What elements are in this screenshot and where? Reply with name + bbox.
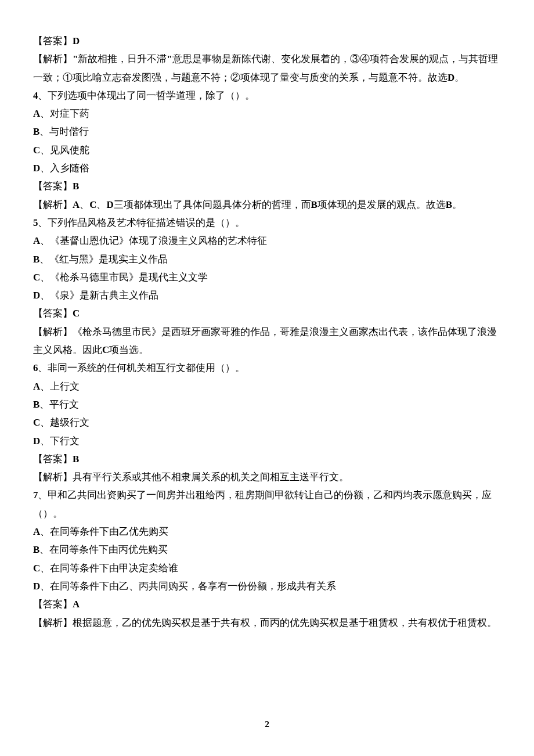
q6-stem: 6、非同一系统的任何机关相互行文都使用（）。 xyxy=(33,359,503,377)
q6-option-a: A、上行文 xyxy=(33,377,503,395)
q3-explanation-line-1: 【解析】"新故相推，日升不滞"意思是事物是新陈代谢、变化发展着的，③④项符合发展… xyxy=(33,50,503,68)
q6-answer: 【答案】B xyxy=(33,450,503,468)
q7-option-b: B、在同等条件下由丙优先购买 xyxy=(33,541,503,559)
q7-answer: 【答案】A xyxy=(33,595,503,613)
q4-option-b: B、与时偕行 xyxy=(33,123,503,141)
q5-option-a: A、《基督山恩仇记》体现了浪漫主义风格的艺术特征 xyxy=(33,232,503,250)
q7-option-a: A、在同等条件下由乙优先购买 xyxy=(33,523,503,541)
q7-stem-line-1: 7、甲和乙共同出资购买了一间房并出租给丙，租房期间甲欲转让自己的份额，乙和丙均表… xyxy=(33,486,503,504)
q6-option-d: D、下行文 xyxy=(33,432,503,450)
q5-option-c: C、《枪杀马德里市民》是现代主义文学 xyxy=(33,268,503,286)
q4-option-c: C、见风使舵 xyxy=(33,141,503,159)
q5-answer: 【答案】C xyxy=(33,304,503,322)
q3-answer: 【答案】D xyxy=(33,32,503,50)
q5-option-d: D、《泉》是新古典主义作品 xyxy=(33,286,503,304)
q4-option-d: D、入乡随俗 xyxy=(33,159,503,177)
q4-option-a: A、对症下药 xyxy=(33,105,503,123)
page-number: 2 xyxy=(0,719,534,729)
q7-option-c: C、在同等条件下由甲决定卖给谁 xyxy=(33,559,503,577)
q4-stem: 4、下列选项中体现出了同一哲学道理，除了（）。 xyxy=(33,87,503,105)
q5-option-b: B、《红与黑》是现实主义作品 xyxy=(33,250,503,268)
q3-explanation-line-2: 一致；①项比喻立志奋发图强，与题意不符；②项体现了量变与质变的关系，与题意不符。… xyxy=(33,69,503,87)
q6-option-b: B、平行文 xyxy=(33,395,503,413)
q5-stem: 5、下列作品风格及艺术特征描述错误的是（）。 xyxy=(33,214,503,232)
q7-stem-line-2: （）。 xyxy=(33,505,503,523)
q5-explanation-line-2: 主义风格。因此C项当选。 xyxy=(33,341,503,359)
q4-answer: 【答案】B xyxy=(33,177,503,195)
q7-option-d: D、在同等条件下由乙、丙共同购买，各享有一份份额，形成共有关系 xyxy=(33,577,503,595)
q5-explanation-line-1: 【解析】《枪杀马德里市民》是西班牙画家哥雅的作品，哥雅是浪漫主义画家杰出代表，该… xyxy=(33,323,503,341)
q4-explanation: 【解析】A、C、D三项都体现出了具体问题具体分析的哲理，而B项体现的是发展的观点… xyxy=(33,196,503,214)
q6-explanation: 【解析】具有平行关系或其他不相隶属关系的机关之间相互主送平行文。 xyxy=(33,468,503,486)
page-container: 【答案】D 【解析】"新故相推，日升不滞"意思是事物是新陈代谢、变化发展着的，③… xyxy=(0,0,534,632)
q6-option-c: C、越级行文 xyxy=(33,413,503,431)
q7-explanation: 【解析】根据题意，乙的优先购买权是基于共有权，而丙的优先购买权是基于租赁权，共有… xyxy=(33,614,503,632)
